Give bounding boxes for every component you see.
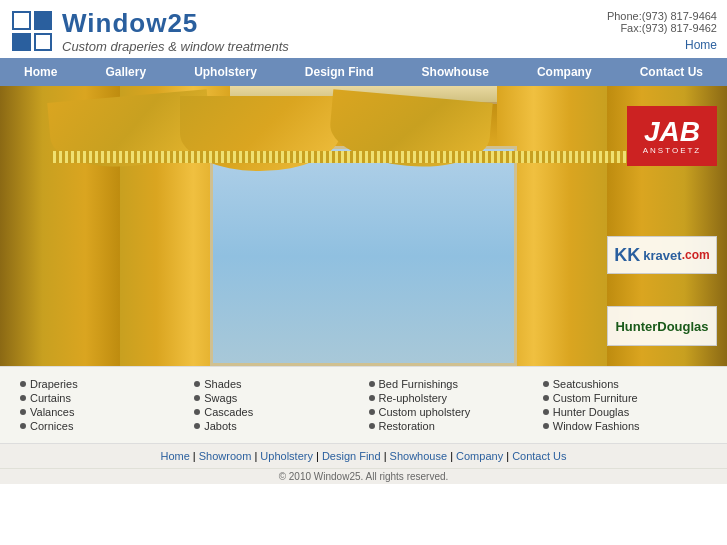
footer-link-showhouse[interactable]: Showhouse — [390, 450, 448, 462]
nav-upholstery[interactable]: Upholstery — [184, 61, 267, 83]
feature-col-4: Seatcushions Custom Furniture Hunter Dou… — [543, 377, 707, 433]
footer-link-design-find[interactable]: Design Find — [322, 450, 381, 462]
footer-link-company[interactable]: Company — [456, 450, 503, 462]
phone-number: Phone:(973) 817-9464 — [607, 10, 717, 22]
feature-col-2: Shades Swags Cascades Jabots — [194, 377, 358, 433]
feature-item: Custom Furniture — [543, 391, 707, 405]
jab-brand-badge: JAB ANSTOETZ — [627, 106, 717, 166]
features-grid: Draperies Curtains Valances Cornices Sha… — [20, 377, 707, 433]
feature-item: Bed Furnishings — [369, 377, 533, 391]
jab-logo-text: JAB — [644, 118, 700, 146]
feature-col-3: Bed Furnishings Re-upholstery Custom uph… — [369, 377, 533, 433]
logo-text: Window25 Custom draperies & window treat… — [62, 8, 289, 54]
feature-item: Seatcushions — [543, 377, 707, 391]
copyright-text: © 2010 Window25. All rights reserved. — [279, 471, 449, 482]
logo-square-3 — [12, 33, 31, 52]
feature-item: Draperies — [20, 377, 184, 391]
main-nav: Home Gallery Upholstery Design Find Show… — [0, 58, 727, 86]
page-header: Window25 Custom draperies & window treat… — [0, 0, 727, 58]
feature-item: Hunter Douglas — [543, 405, 707, 419]
logo-square-4 — [34, 33, 53, 52]
feature-item: Window Fashions — [543, 419, 707, 433]
nav-contact[interactable]: Contact Us — [630, 61, 713, 83]
feature-item: Valances — [20, 405, 184, 419]
hunterdouglas-logo-text: HunterDouglas — [615, 319, 708, 334]
feature-col-1: Draperies Curtains Valances Cornices — [20, 377, 184, 433]
kravet-brand-badge: K K kravet.com — [607, 236, 717, 274]
contact-info: Phone:(973) 817-9464 Fax:(973) 817-9462 … — [607, 8, 717, 52]
feature-item: Re-upholstery — [369, 391, 533, 405]
feature-item: Curtains — [20, 391, 184, 405]
feature-item: Jabots — [194, 419, 358, 433]
jab-sub-text: ANSTOETZ — [643, 146, 702, 155]
nav-gallery[interactable]: Gallery — [95, 61, 156, 83]
feature-item: Restoration — [369, 419, 533, 433]
nav-home[interactable]: Home — [14, 61, 67, 83]
logo-icon — [10, 9, 54, 53]
kravet-k-icon: K — [614, 245, 627, 266]
feature-item: Shades — [194, 377, 358, 391]
logo-square-2 — [34, 11, 53, 30]
site-tagline: Custom draperies & window treatments — [62, 39, 289, 54]
nav-design-find[interactable]: Design Find — [295, 61, 384, 83]
logo-area: Window25 Custom draperies & window treat… — [10, 8, 289, 54]
kravet-dot-com: .com — [682, 248, 710, 262]
hunterdouglas-brand-badge: HunterDouglas — [607, 306, 717, 346]
footer-link-home[interactable]: Home — [160, 450, 189, 462]
footer-nav: Home | Showroom | Upholstery | Design Fi… — [0, 443, 727, 468]
feature-item: Cascades — [194, 405, 358, 419]
nav-company[interactable]: Company — [527, 61, 602, 83]
feature-item: Swags — [194, 391, 358, 405]
kravet-k2-icon: K — [627, 245, 640, 266]
nav-showhouse[interactable]: Showhouse — [412, 61, 499, 83]
fringe-trim — [50, 151, 677, 163]
hero-image: JAB ANSTOETZ K K kravet.com HunterDougla… — [0, 86, 727, 366]
footer-link-contact[interactable]: Contact Us — [512, 450, 566, 462]
footer-copyright: © 2010 Window25. All rights reserved. — [0, 468, 727, 484]
footer-link-upholstery[interactable]: Upholstery — [260, 450, 313, 462]
window-center — [210, 146, 517, 366]
header-home-link[interactable]: Home — [607, 38, 717, 52]
fax-number: Fax:(973) 817-9462 — [620, 22, 717, 34]
logo-square-1 — [12, 11, 31, 30]
feature-item: Custom upholstery — [369, 405, 533, 419]
footer-link-showroom[interactable]: Showroom — [199, 450, 252, 462]
kravet-logo-text: kravet — [643, 248, 681, 263]
site-title: Window25 — [62, 8, 289, 39]
features-section: Draperies Curtains Valances Cornices Sha… — [0, 366, 727, 443]
feature-item: Cornices — [20, 419, 184, 433]
